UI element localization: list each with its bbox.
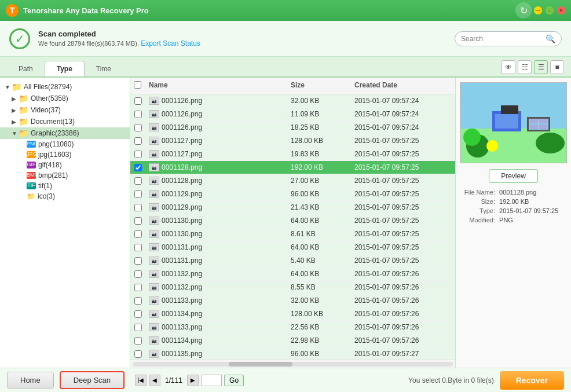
row-checkbox-cell[interactable]: [130, 109, 145, 119]
row-checkbox[interactable]: [134, 111, 142, 118]
minimize-button[interactable]: —: [534, 6, 542, 14]
maximize-button[interactable]: □: [546, 6, 554, 14]
table-row[interactable]: 📷 0001135.png 96.00 KB 2015-01-07 09:57:…: [130, 347, 455, 360]
row-checkbox[interactable]: [134, 97, 142, 105]
table-row[interactable]: 📷 0001133.png 22.56 KB 2015-01-07 09:57:…: [130, 321, 455, 334]
tree-item-video[interactable]: ▶ 📁 Video(37): [0, 104, 130, 116]
tree-item-png[interactable]: PNG png(11080): [0, 139, 130, 149]
tree-item-graphic[interactable]: ▼ 📁 Graphic(23386): [0, 127, 130, 139]
row-checkbox[interactable]: [134, 284, 142, 291]
row-checkbox-cell[interactable]: [130, 189, 145, 199]
row-checkbox-cell[interactable]: [130, 295, 145, 306]
row-checkbox[interactable]: [134, 230, 142, 238]
tree-item-document[interactable]: ▶ 📁 Document(13): [0, 116, 130, 127]
row-checkbox[interactable]: [134, 204, 142, 211]
search-box[interactable]: 🔍: [455, 31, 562, 46]
row-checkbox-cell[interactable]: [130, 215, 145, 226]
tree-item-ico[interactable]: 📁 ico(3): [0, 191, 130, 202]
tree-item-bmp[interactable]: BMP bmp(281): [0, 170, 130, 181]
row-checkbox[interactable]: [134, 137, 142, 145]
table-row[interactable]: 📷 0001131.png 5.40 KB 2015-01-07 09:57:2…: [130, 254, 455, 268]
table-row[interactable]: 📷 0001131.png 64.00 KB 2015-01-07 09:57:…: [130, 241, 455, 254]
close-button[interactable]: ✕: [557, 6, 565, 14]
row-checkbox[interactable]: [134, 324, 142, 331]
table-row[interactable]: 📷 0001133.png 32.00 KB 2015-01-07 09:57:…: [130, 294, 455, 307]
recover-button[interactable]: Recover: [500, 371, 564, 390]
row-checkbox[interactable]: [134, 297, 142, 305]
row-checkbox[interactable]: [134, 337, 142, 345]
view-eye-icon[interactable]: 👁: [502, 60, 515, 74]
table-row[interactable]: 📷 0001134.png 128.00 KB 2015-01-07 09:57…: [130, 307, 455, 321]
row-checkbox[interactable]: [134, 177, 142, 185]
row-checkbox[interactable]: [134, 151, 142, 158]
tree-item-other[interactable]: ▶ 📁 Other(5358): [0, 93, 130, 104]
table-row[interactable]: 📷 0001129.png 21.43 KB 2015-01-07 09:57:…: [130, 201, 455, 214]
table-row[interactable]: 📷 0001128.png 27.00 KB 2015-01-07 09:57:…: [130, 174, 455, 188]
file-thumbnail: 📷: [149, 97, 159, 105]
row-checkbox-cell[interactable]: [130, 255, 145, 266]
row-checkbox-cell[interactable]: [130, 242, 145, 252]
row-checkbox-cell[interactable]: [130, 309, 145, 319]
row-checkbox[interactable]: [134, 257, 142, 265]
row-checkbox[interactable]: [134, 190, 142, 198]
table-row[interactable]: 📷 0001128.png 192.00 KB 2015-01-07 09:57…: [130, 161, 455, 174]
row-checkbox-cell[interactable]: [130, 149, 145, 159]
table-row[interactable]: 📷 0001130.png 64.00 KB 2015-01-07 09:57:…: [130, 214, 455, 228]
table-row[interactable]: 📷 0001126.png 18.25 KB 2015-01-07 09:57:…: [130, 121, 455, 134]
table-row[interactable]: 📷 0001127.png 19.83 KB 2015-01-07 09:57:…: [130, 148, 455, 161]
row-checkbox[interactable]: [134, 270, 142, 278]
tree-item-jpg[interactable]: JPG jpg(11603): [0, 149, 130, 160]
export-scan-link[interactable]: Export Scan Status: [141, 39, 200, 47]
row-checkbox-cell[interactable]: [130, 122, 145, 133]
page-first-button[interactable]: |◀: [135, 375, 147, 386]
row-checkbox-cell[interactable]: [130, 202, 145, 213]
page-prev-button[interactable]: ◀: [149, 375, 160, 386]
preview-button[interactable]: Preview: [489, 169, 538, 183]
view-list-icon[interactable]: ☰: [534, 60, 548, 74]
table-row[interactable]: 📷 0001127.png 128.00 KB 2015-01-07 09:57…: [130, 134, 455, 148]
history-button[interactable]: ↻: [515, 2, 532, 19]
row-checkbox-cell[interactable]: [130, 322, 145, 332]
tree-item-all-files[interactable]: ▼ 📁 All Files(28794): [0, 81, 130, 93]
row-checkbox-cell[interactable]: [130, 162, 145, 173]
row-checkbox-cell[interactable]: [130, 269, 145, 279]
view-detail-icon[interactable]: ■: [550, 60, 564, 74]
row-checkbox[interactable]: [134, 217, 142, 225]
header-check[interactable]: [130, 80, 145, 91]
row-checkbox-cell[interactable]: [130, 335, 145, 346]
row-checkbox-cell[interactable]: [130, 135, 145, 146]
row-checkbox[interactable]: [134, 244, 142, 251]
row-checkbox-cell[interactable]: [130, 175, 145, 186]
row-checkbox-cell[interactable]: [130, 96, 145, 106]
table-row[interactable]: 📷 0001132.png 8.55 KB 2015-01-07 09:57:2…: [130, 281, 455, 294]
table-row[interactable]: 📷 0001130.png 8.61 KB 2015-01-07 09:57:2…: [130, 228, 455, 241]
select-all-checkbox[interactable]: [134, 81, 141, 89]
tree-item-gif[interactable]: GIF gif(418): [0, 160, 130, 170]
row-name: 📷 0001134.png: [145, 335, 287, 346]
table-row[interactable]: 📷 0001132.png 64.00 KB 2015-01-07 09:57:…: [130, 268, 455, 281]
row-checkbox-cell[interactable]: [130, 282, 145, 292]
page-input[interactable]: 1: [201, 375, 222, 386]
deep-scan-button[interactable]: Deep Scan: [60, 371, 125, 389]
horizontal-scrollbar[interactable]: [130, 360, 455, 368]
page-next-button[interactable]: ▶: [187, 375, 199, 386]
table-row[interactable]: 📷 0001129.png 96.00 KB 2015-01-07 09:57:…: [130, 188, 455, 201]
tab-type[interactable]: Type: [45, 61, 85, 76]
row-checkbox[interactable]: [134, 350, 142, 358]
home-button[interactable]: Home: [7, 372, 54, 389]
go-button[interactable]: Go: [224, 375, 244, 386]
scrollbar-thumb[interactable]: [229, 362, 293, 367]
view-grid-icon[interactable]: ☷: [518, 60, 532, 74]
row-checkbox[interactable]: [134, 310, 142, 318]
tab-time[interactable]: Time: [85, 61, 123, 76]
table-row[interactable]: 📷 0001126.png 11.09 KB 2015-01-07 09:57:…: [130, 108, 455, 121]
tab-path[interactable]: Path: [7, 61, 45, 76]
tree-item-tif[interactable]: TIF tif(1): [0, 181, 130, 191]
table-row[interactable]: 📷 0001134.png 22.98 KB 2015-01-07 09:57:…: [130, 334, 455, 347]
row-checkbox-cell[interactable]: [130, 349, 145, 359]
table-row[interactable]: 📷 0001126.png 32.00 KB 2015-01-07 09:57:…: [130, 94, 455, 108]
search-input[interactable]: [461, 35, 546, 43]
row-checkbox[interactable]: [134, 164, 142, 171]
row-checkbox[interactable]: [134, 124, 142, 131]
row-checkbox-cell[interactable]: [130, 229, 145, 239]
